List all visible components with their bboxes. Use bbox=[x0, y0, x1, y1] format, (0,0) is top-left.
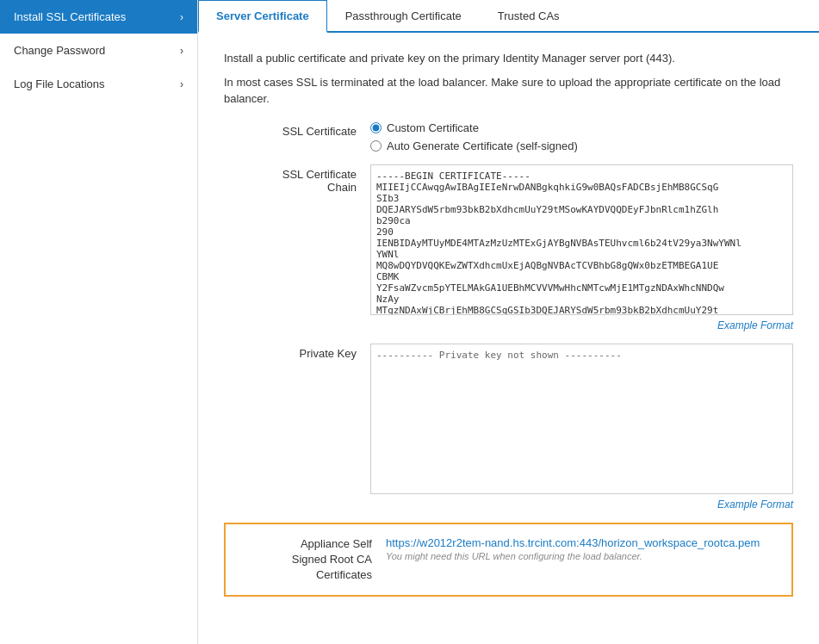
content-area: Install a public certificate and private… bbox=[198, 33, 819, 644]
description-line2: In most cases SSL is terminated at the l… bbox=[224, 74, 793, 108]
description: Install a public certificate and private… bbox=[224, 50, 793, 108]
tab-passthrough-certificate[interactable]: Passthrough Certificate bbox=[327, 0, 480, 33]
ssl-chain-control: -----BEGIN CERTIFICATE----- MIIEIjCCAwqg… bbox=[370, 164, 793, 331]
chevron-right-icon: › bbox=[180, 45, 183, 57]
private-key-example-link[interactable]: Example Format bbox=[370, 498, 793, 511]
private-key-textarea[interactable]: ---------- Private key not shown -------… bbox=[370, 344, 793, 494]
radio-group: Custom Certificate Auto Generate Certifi… bbox=[370, 121, 793, 152]
radio-auto-input[interactable] bbox=[370, 140, 382, 152]
private-key-label: Private Key bbox=[224, 344, 370, 360]
private-key-control: ---------- Private key not shown -------… bbox=[370, 344, 793, 511]
ssl-certificate-row: SSL Certificate Custom Certificate Auto … bbox=[224, 121, 793, 152]
radio-auto-generate[interactable]: Auto Generate Certificate (self-signed) bbox=[370, 139, 793, 152]
appliance-url-link[interactable]: https://w2012r2tem-nand.hs.trcint.com:44… bbox=[386, 536, 778, 549]
ssl-certificate-options: Custom Certificate Auto Generate Certifi… bbox=[370, 121, 793, 152]
main-content: Server Certificate Passthrough Certifica… bbox=[198, 0, 819, 644]
ssl-chain-row: SSL Certificate Chain -----BEGIN CERTIFI… bbox=[224, 164, 793, 331]
appliance-content: https://w2012r2tem-nand.hs.trcint.com:44… bbox=[386, 536, 778, 561]
sidebar: Install SSL Certificates › Change Passwo… bbox=[0, 0, 198, 644]
sidebar-item-label: Log File Locations bbox=[14, 77, 105, 90]
radio-auto-label: Auto Generate Certificate (self-signed) bbox=[387, 139, 578, 152]
sidebar-item-install-ssl[interactable]: Install SSL Certificates › bbox=[0, 0, 197, 34]
ssl-chain-example-link[interactable]: Example Format bbox=[370, 319, 793, 331]
tab-trusted-cas[interactable]: Trusted CAs bbox=[480, 0, 578, 33]
radio-custom-certificate[interactable]: Custom Certificate bbox=[370, 121, 793, 134]
private-key-row: Private Key ---------- Private key not s… bbox=[224, 344, 793, 511]
chevron-right-icon: › bbox=[180, 78, 183, 90]
appliance-section: Appliance SelfSigned Root CACertificates… bbox=[224, 523, 793, 598]
chevron-right-icon: › bbox=[180, 11, 183, 23]
radio-custom-input[interactable] bbox=[370, 122, 382, 133]
tab-server-certificate[interactable]: Server Certificate bbox=[198, 0, 327, 33]
appliance-note: You might need this URL when configuring… bbox=[386, 551, 778, 561]
sidebar-item-change-password[interactable]: Change Password › bbox=[0, 34, 197, 67]
ssl-chain-textarea[interactable]: -----BEGIN CERTIFICATE----- MIIEIjCCAwqg… bbox=[370, 164, 793, 315]
description-line1: Install a public certificate and private… bbox=[224, 50, 793, 67]
tab-bar: Server Certificate Passthrough Certifica… bbox=[198, 0, 819, 33]
ssl-certificate-label: SSL Certificate bbox=[224, 121, 370, 138]
sidebar-item-label: Install SSL Certificates bbox=[14, 10, 126, 23]
sidebar-item-log-file-locations[interactable]: Log File Locations › bbox=[0, 67, 197, 101]
radio-custom-label: Custom Certificate bbox=[387, 121, 479, 134]
ssl-chain-label: SSL Certificate Chain bbox=[224, 164, 370, 194]
appliance-label: Appliance SelfSigned Root CACertificates bbox=[239, 536, 386, 584]
sidebar-item-label: Change Password bbox=[14, 44, 105, 57]
